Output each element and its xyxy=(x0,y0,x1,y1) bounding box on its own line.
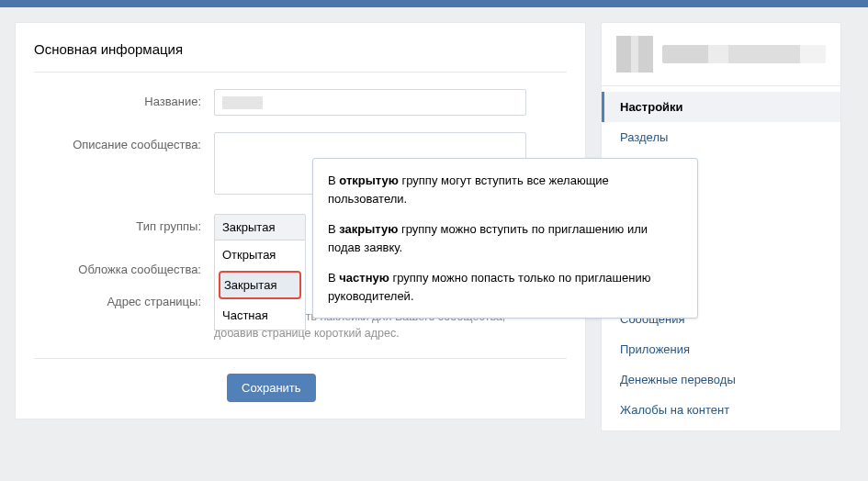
tooltip-bold: частную xyxy=(339,271,389,285)
row-name: Название: xyxy=(34,89,567,116)
separator xyxy=(34,358,567,359)
tooltip-bold: открытую xyxy=(339,173,399,187)
group-type-option-open[interactable]: Открытая xyxy=(215,240,305,269)
tooltip-bold: закрытую xyxy=(339,222,398,236)
save-button[interactable]: Сохранить xyxy=(227,374,316,402)
cover-label: Обложка сообщества: xyxy=(34,257,214,276)
main-panel: Основная информация Название: Описание с… xyxy=(15,22,586,419)
group-type-option-private[interactable]: Частная xyxy=(215,301,305,330)
group-type-label: Тип группы: xyxy=(34,214,214,233)
tooltip-text: В xyxy=(328,173,339,187)
page-title: Основная информация xyxy=(34,41,567,73)
group-type-tooltip: В открытую группу могут вступить все жел… xyxy=(312,158,698,319)
sidebar-header xyxy=(602,23,840,86)
sidebar-item-9[interactable]: Денежные переводы xyxy=(602,364,840,395)
name-value-redacted xyxy=(222,96,263,109)
sidebar-item-0[interactable]: Настройки xyxy=(602,92,840,122)
group-type-option-list: Открытая Закрытая Частная xyxy=(214,240,306,330)
sidebar-item-8[interactable]: Приложения xyxy=(602,334,840,364)
address-label: Адрес страницы: xyxy=(34,289,214,308)
group-type-selected[interactable]: Закрытая xyxy=(214,214,306,240)
tooltip-text: В xyxy=(328,271,339,285)
group-type-dropdown[interactable]: Закрытая Открытая Закрытая Частная xyxy=(214,214,306,240)
tooltip-text: В xyxy=(328,222,339,236)
description-label: Описание сообщества: xyxy=(34,132,214,151)
group-type-option-closed[interactable]: Закрытая xyxy=(219,271,301,299)
community-avatar xyxy=(616,36,653,73)
sidebar-item-1[interactable]: Разделы xyxy=(602,122,840,152)
sidebar-item-10[interactable]: Жалобы на контент xyxy=(602,395,840,425)
top-header-bar xyxy=(0,0,868,7)
community-name-redacted xyxy=(662,45,826,63)
name-label: Название: xyxy=(34,89,214,108)
